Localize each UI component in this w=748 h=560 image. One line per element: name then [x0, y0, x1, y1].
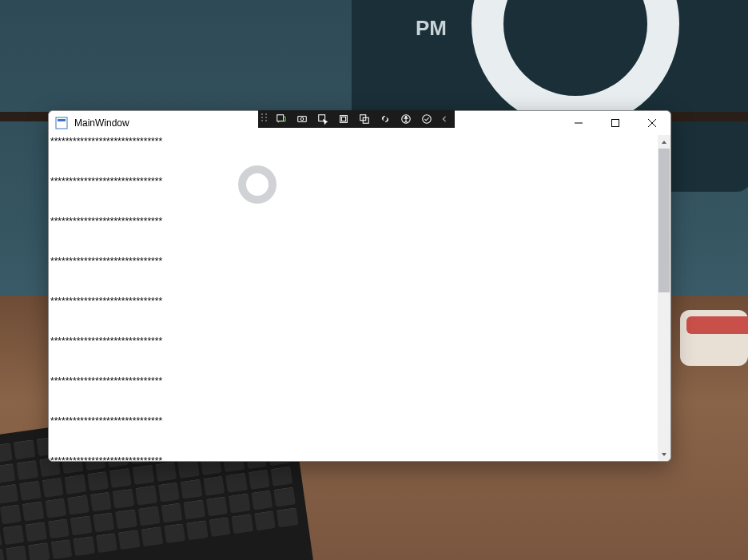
content-line: ****************************** — [50, 296, 162, 306]
live-visual-tree-button[interactable] — [271, 111, 292, 127]
close-button[interactable] — [634, 111, 670, 135]
xaml-debug-toolbar[interactable] — [258, 110, 455, 128]
svg-point-13 — [423, 115, 432, 124]
content-line: ****************************** — [50, 456, 162, 461]
hot-reload-button[interactable] — [292, 111, 312, 127]
main-window: MainWindow — [48, 110, 671, 462]
content-line: ****************************** — [50, 137, 162, 146]
content-line: ****************************** — [50, 216, 162, 226]
display-layout-adorners-button[interactable] — [333, 111, 354, 127]
app-icon — [55, 117, 68, 129]
scroll-down-button[interactable] — [658, 447, 670, 461]
content-line: ****************************** — [50, 376, 162, 386]
scan-button[interactable] — [416, 111, 437, 127]
track-focus-button[interactable] — [354, 111, 375, 127]
titlebar[interactable]: MainWindow — [49, 111, 670, 135]
window-controls — [560, 111, 670, 135]
svg-point-5 — [300, 117, 304, 121]
binding-diagnostics-button[interactable] — [375, 111, 396, 127]
svg-point-12 — [405, 117, 407, 118]
scroll-up-button[interactable] — [658, 135, 670, 149]
clock-pm-label: PM — [416, 16, 447, 41]
maximize-button[interactable] — [597, 111, 634, 135]
select-element-button[interactable] — [312, 111, 333, 127]
vertical-scrollbar[interactable] — [657, 135, 670, 461]
minimize-button[interactable] — [560, 111, 597, 135]
client-area: ****************************** *********… — [49, 135, 670, 461]
content-line: ****************************** — [50, 336, 162, 346]
svg-rect-1 — [58, 119, 66, 121]
toolbar-collapse-button[interactable] — [437, 116, 452, 122]
toolbar-grip-icon[interactable] — [261, 113, 268, 125]
svg-rect-8 — [341, 117, 345, 121]
content-line: ****************************** — [50, 177, 162, 186]
window-title: MainWindow — [74, 117, 129, 129]
content-pane[interactable]: ****************************** *********… — [49, 135, 657, 461]
svg-rect-4 — [298, 117, 307, 122]
content-line: ****************************** — [50, 256, 162, 266]
content-line: ****************************** — [50, 416, 162, 426]
svg-rect-14 — [612, 120, 619, 127]
svg-point-3 — [278, 121, 280, 123]
scrollbar-thumb[interactable] — [658, 149, 670, 292]
svg-rect-2 — [277, 115, 284, 121]
accessibility-button[interactable] — [396, 111, 416, 127]
desk-gadget — [680, 310, 748, 366]
